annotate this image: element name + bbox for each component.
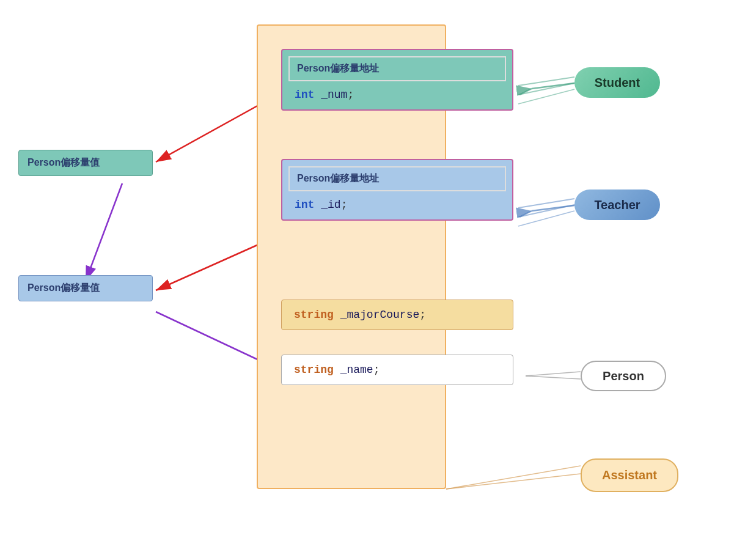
svg-line-18: [518, 77, 574, 86]
assistant-code-area: string _majorCourse;: [282, 300, 513, 329]
student-section: Person偏移量地址 int _num;: [281, 49, 513, 111]
assistant-semi: ;: [419, 309, 426, 321]
svg-line-13: [519, 211, 532, 217]
teacher-type: int: [295, 199, 314, 211]
assistant-bubble-label: Assistant: [602, 468, 657, 482]
student-header-box: Person偏移量地址: [288, 56, 506, 81]
student-type: int: [295, 89, 314, 101]
teacher-code-area: int _id;: [282, 191, 512, 219]
svg-line-23: [518, 211, 574, 226]
svg-line-8: [86, 183, 122, 281]
person-semi: ;: [373, 364, 380, 376]
assistant-bubble: Assistant: [581, 458, 678, 492]
teacher-semi: ;: [341, 199, 348, 211]
svg-line-15: [526, 376, 581, 379]
teacher-header-text: Person偏移量地址: [297, 173, 379, 183]
student-header-text: Person偏移量地址: [297, 63, 379, 73]
value-box-top: Person偏移量值: [18, 150, 153, 176]
value-box-top-text: Person偏移量值: [28, 157, 100, 167]
assistant-type: string: [294, 309, 334, 321]
assistant-var: _majorCourse: [340, 309, 420, 321]
person-code-area: string _name;: [282, 355, 513, 385]
svg-line-19: [518, 83, 574, 95]
student-bubble-label: Student: [595, 76, 640, 90]
student-code-area: int _num;: [282, 81, 512, 109]
teacher-header-box: Person偏移量地址: [288, 166, 506, 191]
student-var: _num: [321, 89, 347, 101]
person-var: _name: [340, 364, 373, 376]
value-box-bottom: Person偏移量值: [18, 275, 153, 301]
person-bubble: Person: [581, 361, 666, 391]
svg-line-12: [532, 205, 574, 211]
svg-line-17: [446, 474, 581, 489]
svg-line-22: [518, 205, 574, 217]
svg-line-16: [446, 466, 581, 489]
person-type: string: [294, 364, 334, 376]
teacher-bubble: Teacher: [574, 190, 660, 220]
person-section: string _name;: [281, 355, 513, 385]
student-bubble: Student: [574, 67, 660, 98]
person-bubble-label: Person: [603, 369, 644, 383]
teacher-var: _id: [321, 199, 340, 211]
assistant-section: string _majorCourse;: [281, 300, 513, 330]
svg-line-14: [526, 372, 581, 376]
teacher-bubble-label: Teacher: [594, 198, 640, 212]
svg-line-20: [518, 89, 574, 104]
value-box-bottom-text: Person偏移量值: [28, 282, 100, 293]
student-semi: ;: [347, 89, 354, 101]
teacher-section: Person偏移量地址 int _id;: [281, 159, 513, 221]
svg-line-11: [519, 89, 532, 95]
svg-line-21: [518, 199, 574, 208]
svg-line-10: [532, 83, 574, 89]
